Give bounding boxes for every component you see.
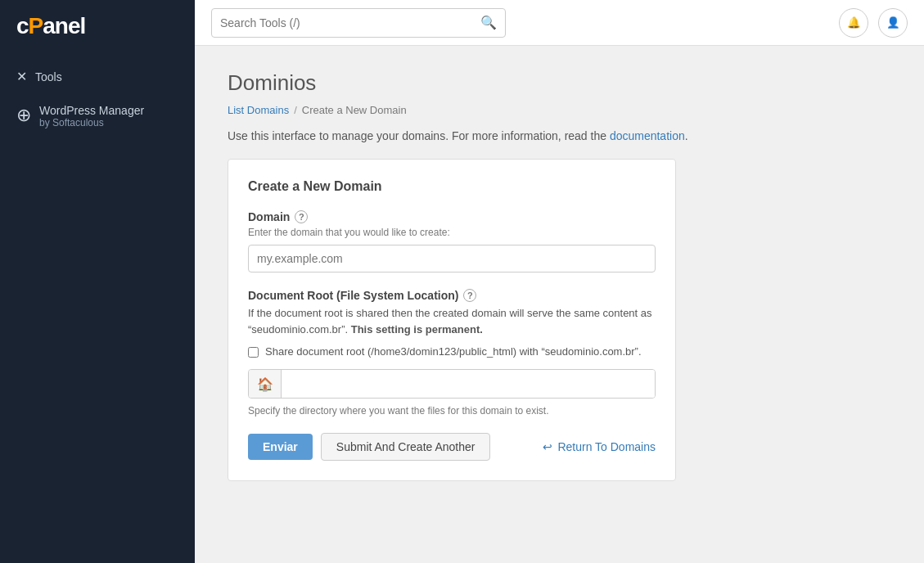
sidebar: cPanel ✕ Tools ⊕ WordPress Manager by So… bbox=[0, 0, 195, 563]
share-root-checkbox[interactable] bbox=[248, 347, 259, 358]
doc-root-description: If the document root is shared then the … bbox=[248, 305, 656, 337]
domain-input[interactable] bbox=[248, 245, 656, 272]
domain-field-group: Domain ? Enter the domain that you would… bbox=[248, 210, 656, 272]
domain-help-text: Enter the domain that you would like to … bbox=[248, 227, 656, 238]
search-bar[interactable]: 🔍 bbox=[211, 8, 506, 38]
directory-hint: Specify the directory where you want the… bbox=[248, 405, 656, 417]
page-content: Dominios List Domains / Create a New Dom… bbox=[195, 46, 924, 563]
breadcrumb-current: Create a New Domain bbox=[302, 104, 407, 116]
share-root-label[interactable]: Share document root (/home3/domin123/pub… bbox=[265, 345, 642, 358]
wordpress-sub-label: by Softaculous bbox=[39, 117, 144, 128]
sidebar-navigation: ✕ Tools ⊕ WordPress Manager by Softaculo… bbox=[0, 51, 195, 146]
wordpress-text: WordPress Manager by Softaculous bbox=[39, 104, 144, 128]
domain-label: Domain ? bbox=[248, 210, 656, 223]
sidebar-item-tools[interactable]: ✕ Tools bbox=[0, 59, 195, 94]
form-actions: Enviar Submit And Create Another ↩ Retur… bbox=[248, 433, 656, 461]
form-card-title: Create a New Domain bbox=[248, 179, 656, 194]
bell-icon: 🔔 bbox=[847, 16, 861, 29]
main-area: 🔍 🔔 👤 Dominios List Domains / Create a N… bbox=[195, 0, 924, 563]
user-menu-button[interactable]: 👤 bbox=[878, 8, 908, 38]
tools-icon: ✕ bbox=[16, 69, 27, 84]
cpanel-logo: cPanel bbox=[0, 0, 195, 51]
return-to-domains-button[interactable]: ↩ Return To Domains bbox=[543, 440, 656, 453]
sidebar-item-tools-label: Tools bbox=[35, 70, 62, 83]
page-title: Dominios bbox=[228, 70, 891, 96]
home-directory-button[interactable]: 🏠 bbox=[249, 370, 282, 398]
submit-button[interactable]: Enviar bbox=[248, 434, 313, 460]
documentation-link[interactable]: documentation bbox=[610, 129, 685, 142]
breadcrumb-separator: / bbox=[294, 104, 297, 116]
doc-root-group: Document Root (File System Location) ? I… bbox=[248, 289, 656, 417]
breadcrumb-list-domains[interactable]: List Domains bbox=[228, 104, 289, 116]
doc-root-label: Document Root (File System Location) ? bbox=[248, 289, 656, 302]
home-icon: 🏠 bbox=[257, 376, 273, 392]
wordpress-icon: ⊕ bbox=[16, 105, 31, 126]
notifications-button[interactable]: 🔔 bbox=[839, 8, 868, 38]
doc-root-help-icon[interactable]: ? bbox=[463, 289, 476, 302]
directory-input-group: 🏠 bbox=[248, 369, 656, 399]
top-header: 🔍 🔔 👤 bbox=[195, 0, 924, 46]
domain-help-icon[interactable]: ? bbox=[295, 210, 308, 223]
wordpress-title-label: WordPress Manager bbox=[39, 104, 144, 117]
page-description: Use this interface to manage your domain… bbox=[228, 129, 891, 142]
breadcrumb: List Domains / Create a New Domain bbox=[228, 104, 891, 116]
submit-create-another-button[interactable]: Submit And Create Another bbox=[321, 433, 491, 461]
share-root-checkbox-row: Share document root (/home3/domin123/pub… bbox=[248, 345, 656, 358]
sidebar-item-wordpress[interactable]: ⊕ WordPress Manager by Softaculous bbox=[0, 94, 195, 138]
directory-input[interactable] bbox=[282, 370, 655, 398]
search-input[interactable] bbox=[220, 16, 474, 29]
create-domain-form-card: Create a New Domain Domain ? Enter the d… bbox=[228, 159, 676, 481]
user-icon: 👤 bbox=[886, 16, 900, 29]
arrow-left-icon: ↩ bbox=[543, 440, 552, 453]
search-submit-button[interactable]: 🔍 bbox=[480, 15, 497, 30]
